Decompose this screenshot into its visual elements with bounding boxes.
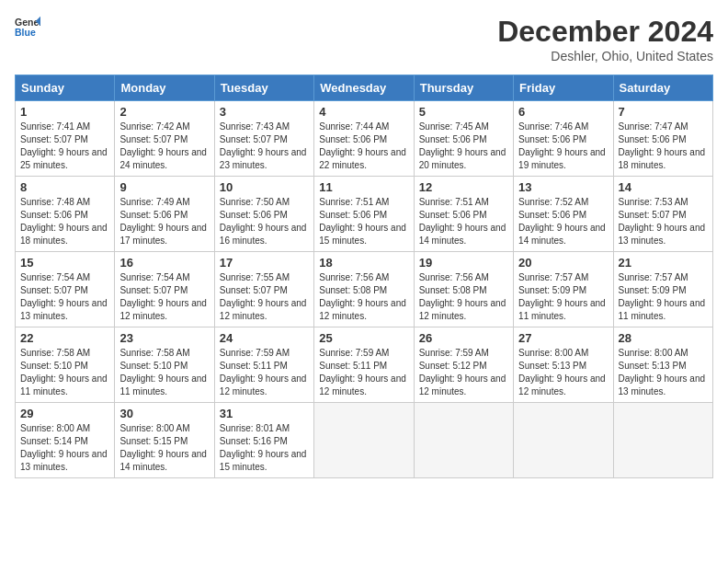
day-number: 11 [319,180,408,194]
title-block: December 2024 Deshler, Ohio, United Stat… [497,15,713,63]
calendar-day-17: 17 Sunrise: 7:55 AMSunset: 5:07 PMDaylig… [214,252,313,327]
day-number: 24 [220,331,309,345]
day-info: Sunrise: 7:48 AMSunset: 5:06 PMDaylight:… [20,196,109,247]
calendar-day-11: 11 Sunrise: 7:51 AMSunset: 5:06 PMDaylig… [314,177,414,252]
day-info: Sunrise: 7:46 AMSunset: 5:06 PMDaylight:… [518,121,608,172]
day-info: Sunrise: 7:58 AMSunset: 5:10 PMDaylight:… [20,347,109,398]
calendar-day-20: 20 Sunrise: 7:57 AMSunset: 5:09 PMDaylig… [514,252,613,327]
day-info: Sunrise: 7:44 AMSunset: 5:06 PMDaylight:… [319,121,408,172]
calendar-header-tuesday: Tuesday [214,75,313,101]
day-number: 31 [220,407,309,420]
calendar-day-27: 27 Sunrise: 8:00 AMSunset: 5:13 PMDaylig… [514,327,613,403]
day-info: Sunrise: 8:00 AMSunset: 5:13 PMDaylight:… [518,347,608,398]
day-info: Sunrise: 8:00 AMSunset: 5:13 PMDaylight:… [619,347,708,398]
day-number: 8 [20,180,109,194]
day-number: 15 [20,256,109,270]
day-number: 30 [119,407,209,420]
calendar-day-3: 3 Sunrise: 7:43 AMSunset: 5:07 PMDayligh… [214,101,313,177]
day-info: Sunrise: 7:47 AMSunset: 5:06 PMDaylight:… [619,121,708,172]
day-info: Sunrise: 7:59 AMSunset: 5:11 PMDaylight:… [319,347,408,398]
day-number: 25 [319,331,408,345]
day-info: Sunrise: 7:57 AMSunset: 5:09 PMDaylight:… [619,271,708,323]
day-info: Sunrise: 7:56 AMSunset: 5:08 PMDaylight:… [419,271,508,323]
day-info: Sunrise: 7:49 AMSunset: 5:06 PMDaylight:… [119,196,209,247]
day-number: 23 [119,331,209,345]
day-number: 13 [518,180,608,194]
page-header: General Blue December 2024 Deshler, Ohio… [15,15,713,63]
calendar-day-6: 6 Sunrise: 7:46 AMSunset: 5:06 PMDayligh… [514,101,613,177]
calendar-header-row: SundayMondayTuesdayWednesdayThursdayFrid… [16,75,713,101]
calendar-day-7: 7 Sunrise: 7:47 AMSunset: 5:06 PMDayligh… [613,101,712,177]
calendar-day-1: 1 Sunrise: 7:41 AMSunset: 5:07 PMDayligh… [16,101,115,177]
calendar-day-30: 30 Sunrise: 8:00 AMSunset: 5:15 PMDaylig… [115,403,214,478]
calendar-header-wednesday: Wednesday [314,75,414,101]
calendar-header-saturday: Saturday [613,75,712,101]
day-info: Sunrise: 7:54 AMSunset: 5:07 PMDaylight:… [119,271,209,323]
calendar-day-26: 26 Sunrise: 7:59 AMSunset: 5:12 PMDaylig… [414,327,513,403]
day-number: 1 [20,105,109,119]
day-info: Sunrise: 7:50 AMSunset: 5:06 PMDaylight:… [220,196,309,247]
calendar-empty [314,403,414,478]
calendar-day-5: 5 Sunrise: 7:45 AMSunset: 5:06 PMDayligh… [414,101,513,177]
day-number: 19 [419,256,508,270]
day-info: Sunrise: 7:54 AMSunset: 5:07 PMDaylight:… [20,271,109,323]
calendar-day-15: 15 Sunrise: 7:54 AMSunset: 5:07 PMDaylig… [16,252,115,327]
day-info: Sunrise: 7:42 AMSunset: 5:07 PMDaylight:… [119,121,209,172]
day-number: 3 [220,105,309,119]
calendar-day-4: 4 Sunrise: 7:44 AMSunset: 5:06 PMDayligh… [314,101,414,177]
calendar-day-16: 16 Sunrise: 7:54 AMSunset: 5:07 PMDaylig… [115,252,214,327]
calendar-day-19: 19 Sunrise: 7:56 AMSunset: 5:08 PMDaylig… [414,252,513,327]
day-number: 14 [619,180,708,194]
calendar-empty [414,403,513,478]
day-info: Sunrise: 7:57 AMSunset: 5:09 PMDaylight:… [518,271,608,323]
calendar-day-24: 24 Sunrise: 7:59 AMSunset: 5:11 PMDaylig… [214,327,313,403]
calendar-day-10: 10 Sunrise: 7:50 AMSunset: 5:06 PMDaylig… [214,177,313,252]
calendar-day-25: 25 Sunrise: 7:59 AMSunset: 5:11 PMDaylig… [314,327,414,403]
calendar-day-23: 23 Sunrise: 7:58 AMSunset: 5:10 PMDaylig… [115,327,214,403]
calendar-week-5: 29 Sunrise: 8:00 AMSunset: 5:14 PMDaylig… [16,403,713,478]
calendar-day-9: 9 Sunrise: 7:49 AMSunset: 5:06 PMDayligh… [115,177,214,252]
calendar-day-31: 31 Sunrise: 8:01 AMSunset: 5:16 PMDaylig… [214,403,313,478]
day-number: 10 [220,180,309,194]
calendar-week-1: 1 Sunrise: 7:41 AMSunset: 5:07 PMDayligh… [16,101,713,177]
calendar-empty [514,403,613,478]
calendar-week-4: 22 Sunrise: 7:58 AMSunset: 5:10 PMDaylig… [16,327,713,403]
day-number: 12 [419,180,508,194]
location-subtitle: Deshler, Ohio, United States [497,49,713,63]
month-title: December 2024 [497,15,713,49]
day-number: 18 [319,256,408,270]
day-info: Sunrise: 7:55 AMSunset: 5:07 PMDaylight:… [220,271,309,323]
day-number: 17 [220,256,309,270]
day-info: Sunrise: 8:00 AMSunset: 5:15 PMDaylight:… [119,422,209,474]
day-number: 9 [119,180,209,194]
svg-text:Blue: Blue [15,27,36,38]
day-info: Sunrise: 7:43 AMSunset: 5:07 PMDaylight:… [220,121,309,172]
calendar-header-friday: Friday [514,75,613,101]
day-info: Sunrise: 7:59 AMSunset: 5:11 PMDaylight:… [220,347,309,398]
calendar-day-29: 29 Sunrise: 8:00 AMSunset: 5:14 PMDaylig… [16,403,115,478]
day-number: 4 [319,105,408,119]
day-info: Sunrise: 7:45 AMSunset: 5:06 PMDaylight:… [419,121,508,172]
day-number: 27 [518,331,608,345]
calendar-day-18: 18 Sunrise: 7:56 AMSunset: 5:08 PMDaylig… [314,252,414,327]
calendar-table: SundayMondayTuesdayWednesdayThursdayFrid… [15,75,713,478]
calendar-day-13: 13 Sunrise: 7:52 AMSunset: 5:06 PMDaylig… [514,177,613,252]
day-info: Sunrise: 7:56 AMSunset: 5:08 PMDaylight:… [319,271,408,323]
calendar-header-monday: Monday [115,75,214,101]
day-info: Sunrise: 7:58 AMSunset: 5:10 PMDaylight:… [119,347,209,398]
day-info: Sunrise: 7:52 AMSunset: 5:06 PMDaylight:… [518,196,608,247]
calendar-day-21: 21 Sunrise: 7:57 AMSunset: 5:09 PMDaylig… [613,252,712,327]
calendar-day-12: 12 Sunrise: 7:51 AMSunset: 5:06 PMDaylig… [414,177,513,252]
calendar-header-sunday: Sunday [16,75,115,101]
calendar-week-3: 15 Sunrise: 7:54 AMSunset: 5:07 PMDaylig… [16,252,713,327]
calendar-day-2: 2 Sunrise: 7:42 AMSunset: 5:07 PMDayligh… [115,101,214,177]
calendar-header-thursday: Thursday [414,75,513,101]
day-number: 22 [20,331,109,345]
day-info: Sunrise: 7:51 AMSunset: 5:06 PMDaylight:… [419,196,508,247]
day-info: Sunrise: 8:00 AMSunset: 5:14 PMDaylight:… [20,422,109,474]
day-number: 29 [20,407,109,420]
day-info: Sunrise: 8:01 AMSunset: 5:16 PMDaylight:… [220,422,309,474]
calendar-week-2: 8 Sunrise: 7:48 AMSunset: 5:06 PMDayligh… [16,177,713,252]
day-number: 21 [619,256,708,270]
day-number: 28 [619,331,708,345]
